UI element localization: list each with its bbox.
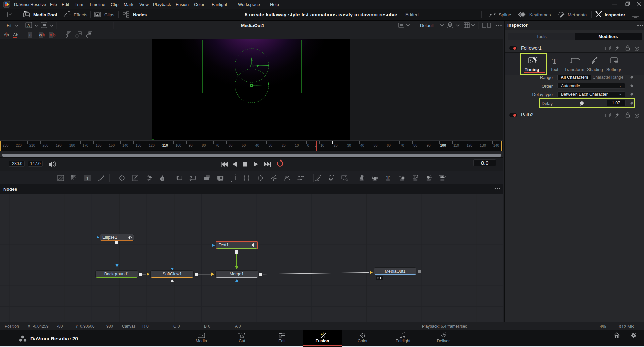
svg-text:b: b [53,32,55,37]
svg-text:b: b [7,33,9,37]
svg-text:b: b [43,32,45,37]
svg-text:T: T [386,175,390,180]
svg-text:a: a [50,32,52,37]
svg-text:b: b [16,33,18,37]
svg-text:T: T [86,176,89,181]
svg-text:T: T [552,56,557,65]
svg-text:A: A [13,32,16,37]
svg-text:A: A [27,23,30,27]
svg-text:a: a [29,33,32,37]
svg-text:a: a [39,32,42,37]
